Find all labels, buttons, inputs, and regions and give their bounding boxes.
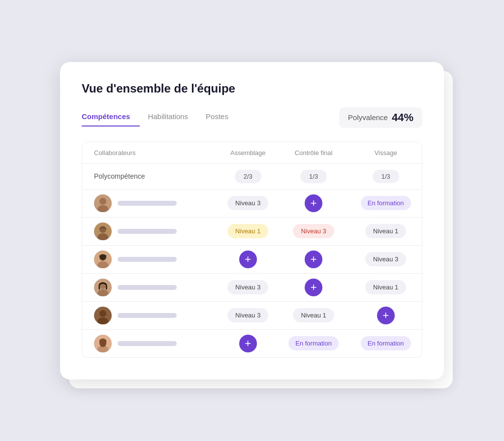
collaborator-cell-3 [82,273,219,301]
polyvalence-value: 44% [392,111,413,124]
col-header-controle: Contrôle final [278,142,350,164]
competences-table: Collaborateurs Assemblage Contrôle final… [82,142,422,358]
avatar [94,251,112,268]
polycomp-label: Polycompétence [82,163,219,189]
main-card: Vue d'ensemble de l'équipe Compétences H… [60,62,444,379]
svg-point-4 [99,226,106,233]
page-title: Vue d'ensemble de l'équipe [82,82,422,95]
svg-point-1 [99,198,106,205]
polyvalence-badge: Polyvalence 44% [339,107,422,128]
avatar [94,307,112,324]
cell-assemblage-2[interactable]: + [219,245,278,273]
polycomp-assemblage: 2/3 [235,170,261,183]
table-row: Niveau 3+En formation [82,189,422,217]
cell-assemblage-4: Niveau 3 [219,301,278,329]
name-bar [118,341,177,346]
avatar [94,194,112,212]
name-bar [118,201,177,206]
polyvalence-label: Polyvalence [348,113,388,122]
tab-habilitations[interactable]: Habilitations [148,108,198,126]
name-bar [118,285,177,290]
cell-controle-4: Niveau 1 [278,301,350,329]
svg-point-13 [99,310,106,317]
tab-competences[interactable]: Compétences [82,108,140,126]
tabs-polyvalence-row: Compétences Habilitations Postes Polyval… [82,107,422,128]
polycomp-vissage: 1/3 [373,170,399,183]
niveau-badge: Niveau 1 [293,308,334,322]
cell-controle-2[interactable]: + [278,245,350,273]
table-row: Niveau 3Niveau 1+ [82,301,422,329]
cell-controle-3[interactable]: + [278,273,350,301]
avatar [94,335,112,352]
avatar [94,222,112,240]
add-button[interactable]: + [305,279,322,296]
niveau-badge: Niveau 3 [227,280,268,294]
niveau-badge: Niveau 3 [293,224,334,238]
cell-assemblage-0: Niveau 3 [219,189,278,217]
avatar [94,279,112,296]
tabs-bar: Compétences Habilitations Postes [82,108,246,126]
cell-vissage-4[interactable]: + [349,301,422,329]
collaborator-cell-5 [82,329,219,357]
cell-assemblage-3: Niveau 3 [219,273,278,301]
en-formation-badge: En formation [361,196,411,210]
niveau-badge: Niveau 1 [227,224,268,238]
name-bar [118,257,177,262]
card-container: Vue d'ensemble de l'équipe Compétences H… [60,62,444,379]
cell-assemblage-1: Niveau 1 [219,217,278,245]
niveau-badge: Niveau 3 [365,252,406,266]
niveau-badge: Niveau 3 [227,196,268,210]
niveau-badge: Niveau 3 [227,308,268,322]
add-button[interactable]: + [239,251,257,268]
cell-controle-0[interactable]: + [278,189,350,217]
add-button[interactable]: + [239,335,257,352]
name-bar [118,229,177,234]
table-row: Niveau 1Niveau 3Niveau 1 [82,217,422,245]
col-header-vissage: Vissage [349,142,422,164]
cell-vissage-0: En formation [349,189,422,217]
col-header-collaborateurs: Collaborateurs [82,142,219,164]
name-bar [118,313,177,318]
niveau-badge: Niveau 1 [365,280,406,294]
cell-vissage-3: Niveau 1 [349,273,422,301]
cell-vissage-5: En formation [349,329,422,357]
add-button[interactable]: + [305,251,322,268]
cell-controle-5: En formation [278,329,350,357]
collaborator-cell-1 [82,217,219,245]
table-row: Niveau 3+Niveau 1 [82,273,422,301]
collaborator-cell-2 [82,245,219,273]
add-button[interactable]: + [305,194,322,212]
table-row: +En formationEn formation [82,329,422,357]
add-button[interactable]: + [377,307,395,324]
cell-vissage-2: Niveau 3 [349,245,422,273]
cell-vissage-1: Niveau 1 [349,217,422,245]
collaborator-cell-0 [82,189,219,217]
polycomp-row: Polycompétence 2/3 1/3 1/3 [82,163,422,189]
en-formation-badge: En formation [361,336,411,350]
niveau-badge: Niveau 1 [365,224,406,238]
cell-controle-1: Niveau 3 [278,217,350,245]
table-header-row: Collaborateurs Assemblage Contrôle final… [82,142,422,164]
collaborator-cell-4 [82,301,219,329]
col-header-assemblage: Assemblage [219,142,278,164]
table-row: ++Niveau 3 [82,245,422,273]
tab-postes[interactable]: Postes [206,108,238,126]
en-formation-badge: En formation [288,336,339,350]
polycomp-controle: 1/3 [300,170,327,183]
cell-assemblage-5[interactable]: + [219,329,278,357]
